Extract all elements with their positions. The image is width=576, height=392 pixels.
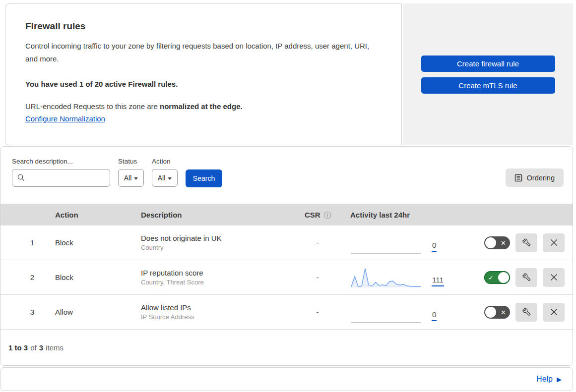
activity-sparkline: [351, 301, 421, 323]
rule-csr: -: [295, 238, 340, 247]
of-text: of: [30, 343, 37, 352]
usage-summary: You have used 1 of 20 active Firewall ru…: [25, 80, 382, 88]
search-icon: [17, 174, 25, 181]
column-csr: CSR ⓘ: [295, 211, 340, 219]
edit-rule-button[interactable]: [515, 303, 537, 322]
close-icon: [550, 274, 558, 281]
delete-rule-button[interactable]: [543, 268, 565, 287]
rule-description: Does not originate in UK Country: [131, 234, 295, 251]
total-text: 3: [39, 343, 43, 352]
rule-description: Allow listed IPs IP Source Address: [131, 303, 295, 321]
action-label: Action: [152, 158, 178, 165]
rule-enabled-toggle[interactable]: ✕ ✓: [484, 271, 510, 284]
rule-fields-text: Country: [141, 244, 295, 251]
status-filter-group: Status All: [118, 158, 144, 187]
search-group: Search description...: [12, 158, 110, 187]
toggle-knob: [485, 307, 496, 318]
action-dropdown[interactable]: All: [152, 169, 178, 187]
activity-sparkline: [351, 232, 421, 254]
wrench-icon: [522, 308, 531, 316]
table-row: 2 Block IP reputation score Country, Thr…: [0, 260, 573, 295]
toggle-x-icon: ✕: [501, 309, 506, 315]
column-activity: Activity last 24hr: [340, 211, 457, 219]
rule-priority: 2: [0, 273, 45, 281]
close-icon: [550, 239, 558, 246]
delete-rule-button[interactable]: [543, 303, 565, 322]
normalization-text: URL-encoded Requests to this zone are: [25, 102, 160, 111]
create-mtls-rule-button[interactable]: Create mTLS rule: [421, 77, 555, 94]
page-description: Control incoming traffic to your zone by…: [25, 40, 382, 66]
rule-csr: -: [295, 273, 340, 281]
edit-rule-button[interactable]: [515, 233, 537, 252]
rule-activity: 111: [340, 267, 457, 288]
rule-action: Block: [45, 238, 131, 247]
rule-enabled-toggle[interactable]: ✕ ✓: [484, 236, 510, 249]
rule-enabled-toggle[interactable]: ✕ ✓: [484, 306, 510, 319]
chevron-down-icon: [168, 177, 172, 180]
arrow-right-icon: ▶: [557, 376, 562, 383]
edit-rule-button[interactable]: [515, 268, 537, 287]
firewall-intro-card: Firewall rules Control incoming traffic …: [5, 3, 402, 145]
wrench-icon: [522, 273, 531, 281]
activity-sparkline: [351, 267, 421, 288]
table-header: Action Description CSR ⓘ Activity last 2…: [0, 204, 573, 225]
rule-priority: 1: [0, 238, 45, 247]
delete-rule-button[interactable]: [543, 233, 565, 252]
create-firewall-rule-button[interactable]: Create firewall rule: [421, 56, 555, 72]
activity-count-link[interactable]: 0: [432, 241, 437, 252]
status-label: Status: [118, 158, 144, 165]
toggle-knob: [485, 237, 496, 248]
help-link[interactable]: Help ▶: [536, 375, 562, 384]
table-row: 1 Block Does not originate in UK Country…: [0, 225, 573, 260]
column-action: Action: [45, 211, 131, 219]
help-label: Help: [536, 375, 553, 384]
activity-count-link[interactable]: 111: [432, 276, 444, 286]
toggle-check-icon: ✓: [488, 274, 494, 280]
rule-activity: 0: [340, 232, 457, 254]
chevron-down-icon: [134, 177, 138, 180]
status-dropdown[interactable]: All: [118, 169, 144, 187]
activity-count-link[interactable]: 0: [432, 310, 437, 321]
close-icon: [550, 308, 558, 316]
info-icon[interactable]: ⓘ: [324, 211, 331, 219]
page-title: Firewall rules: [25, 21, 382, 32]
rule-description: IP reputation score Country, Threat Scor…: [131, 269, 295, 286]
rule-controls: ✕ ✓: [457, 303, 573, 322]
table-row: 3 Allow Allow listed IPs IP Source Addre…: [0, 295, 573, 330]
search-label: Search description...: [12, 158, 110, 165]
range-text: 1 to 3: [8, 343, 28, 352]
rule-action: Block: [45, 273, 131, 281]
action-filter-group: Action All: [152, 158, 178, 187]
rule-action: Allow: [45, 308, 131, 316]
status-value: All: [124, 174, 132, 182]
help-strip: Help ▶: [0, 367, 573, 391]
rule-controls: ✕ ✓: [457, 268, 573, 287]
toggle-x-icon: ✕: [501, 239, 506, 246]
normalization-note: URL-encoded Requests to this zone are no…: [25, 102, 382, 111]
rule-priority: 3: [0, 308, 45, 316]
rule-description-text: Does not originate in UK: [141, 234, 295, 242]
rules-list-card: Search description... Status All Action: [0, 146, 573, 366]
action-value: All: [158, 174, 166, 182]
wrench-icon: [522, 238, 531, 247]
list-document-icon: [514, 174, 522, 182]
rule-description-text: Allow listed IPs: [141, 303, 295, 312]
ordering-button[interactable]: Ordering: [506, 168, 564, 187]
ordering-label: Ordering: [527, 174, 555, 182]
items-text: items: [46, 343, 64, 352]
search-button[interactable]: Search: [186, 169, 222, 187]
configure-normalization-link[interactable]: Configure Normalization: [25, 114, 105, 123]
toggle-knob: [498, 272, 509, 283]
rule-description-text: IP reputation score: [141, 269, 295, 277]
normalization-bold: normalized at the edge.: [160, 102, 243, 111]
pagination-summary: 1 to 3 of 3 items: [0, 330, 573, 365]
filter-bar: Search description... Status All Action: [0, 147, 573, 204]
rule-activity: 0: [340, 301, 457, 323]
actions-panel: Create firewall rule Create mTLS rule: [403, 3, 573, 145]
rule-fields-text: IP Source Address: [141, 313, 295, 321]
search-input[interactable]: [12, 169, 110, 187]
csr-label: CSR: [305, 211, 320, 219]
rule-csr: -: [295, 308, 340, 316]
rule-fields-text: Country, Threat Score: [141, 279, 295, 286]
column-description: Description: [131, 211, 295, 219]
